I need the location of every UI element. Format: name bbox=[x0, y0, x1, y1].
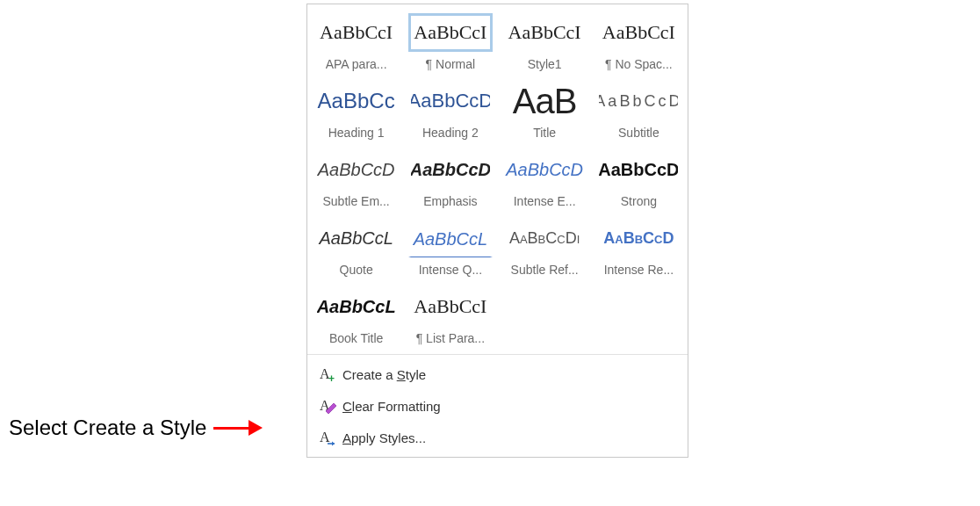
svg-marker-6 bbox=[332, 442, 335, 446]
style-cell[interactable]: AaBbCcI¶ List Para... bbox=[403, 284, 497, 352]
style-label: Heading 2 bbox=[422, 126, 479, 140]
style-preview: AaBbCcI bbox=[314, 13, 399, 52]
style-cell[interactable]: AaBbCcI¶ No Spac... bbox=[592, 10, 686, 78]
style-label: Subtitle bbox=[618, 126, 659, 140]
style-cell[interactable]: AaBbCcDEmphasis bbox=[403, 147, 497, 215]
create-style-icon: A + bbox=[320, 365, 342, 383]
style-preview: AaBbCc bbox=[314, 82, 399, 120]
styles-menu: A + Create a Style A Clear Formatting bbox=[307, 354, 688, 457]
style-label: Subtle Em... bbox=[322, 194, 389, 208]
style-preview: AaBbCcI bbox=[408, 287, 493, 326]
style-preview: AaBbCcD bbox=[596, 150, 681, 189]
style-cell[interactable]: AaBbCcLIntense Q... bbox=[403, 215, 497, 284]
style-label: Quote bbox=[340, 263, 373, 277]
style-preview: AaB bbox=[502, 82, 587, 120]
style-cell[interactable]: AaBbCcDiSubtle Ref... bbox=[498, 215, 592, 284]
style-preview: AaBbCcL bbox=[314, 287, 399, 326]
style-preview: AaBbCcI bbox=[502, 13, 587, 52]
style-cell[interactable]: AaBbCcHeading 1 bbox=[309, 78, 403, 147]
style-cell[interactable]: AaBbCcDIntense E... bbox=[498, 147, 592, 215]
style-preview: AaBbCcD bbox=[314, 150, 399, 189]
style-preview: AaBbCcL bbox=[408, 219, 493, 257]
style-cell[interactable]: AaBbCcIStyle1 bbox=[498, 10, 592, 78]
style-label: Heading 1 bbox=[328, 126, 385, 140]
style-label: Style1 bbox=[528, 57, 562, 71]
style-label: Emphasis bbox=[423, 194, 477, 208]
menu-apply-styles[interactable]: A Apply Styles... bbox=[307, 422, 688, 453]
styles-grid: AaBbCcIAPA para...AaBbCcI¶ NormalAaBbCcI… bbox=[307, 4, 688, 354]
style-preview: AaBbCcDi bbox=[502, 219, 587, 257]
arrow-icon bbox=[213, 420, 263, 436]
style-label: Intense Re... bbox=[604, 263, 674, 277]
menu-create-style[interactable]: A + Create a Style bbox=[307, 358, 688, 390]
style-cell[interactable]: AaBbCcDStrong bbox=[592, 147, 686, 215]
style-cell[interactable]: AaBbCcDHeading 2 bbox=[403, 78, 497, 147]
style-cell[interactable]: AaBbCcDSubtle Em... bbox=[309, 147, 403, 215]
style-cell[interactable]: AaBbCcDIntense Re... bbox=[592, 215, 686, 284]
menu-apply-styles-label: Apply Styles... bbox=[342, 430, 426, 445]
clear-formatting-icon: A bbox=[320, 397, 342, 415]
style-cell[interactable]: AaBbCcLBook Title bbox=[309, 284, 403, 352]
style-preview: AaBbCcL bbox=[314, 219, 399, 257]
styles-gallery-panel: AaBbCcIAPA para...AaBbCcI¶ NormalAaBbCcI… bbox=[306, 4, 688, 458]
style-label: Subtle Ref... bbox=[511, 263, 579, 277]
style-label: ¶ Normal bbox=[426, 57, 476, 71]
style-preview: AaBbCcD bbox=[502, 150, 587, 189]
svg-text:A: A bbox=[320, 430, 330, 445]
style-preview: AaBbCcI bbox=[408, 13, 493, 52]
style-cell[interactable]: AaBbCcDSubtitle bbox=[592, 78, 686, 147]
style-label: ¶ List Para... bbox=[416, 331, 485, 345]
style-label: ¶ No Spac... bbox=[605, 57, 673, 71]
menu-clear-formatting[interactable]: A Clear Formatting bbox=[307, 390, 688, 422]
svg-text:+: + bbox=[328, 372, 335, 383]
callout: Select Create a Style bbox=[9, 416, 263, 440]
apply-styles-icon: A bbox=[320, 429, 342, 446]
style-preview: AaBbCcD bbox=[596, 219, 681, 257]
style-label: Strong bbox=[621, 194, 657, 208]
menu-clear-formatting-label: Clear Formatting bbox=[342, 399, 441, 414]
style-label: APA para... bbox=[326, 57, 387, 71]
style-label: Intense E... bbox=[514, 194, 576, 208]
style-preview: AaBbCcD bbox=[408, 150, 493, 189]
style-label: Title bbox=[533, 126, 556, 140]
style-label: Intense Q... bbox=[419, 263, 482, 277]
style-cell[interactable]: AaBbCcI¶ Normal bbox=[403, 10, 497, 78]
style-preview: AaBbCcD bbox=[596, 82, 681, 120]
style-cell[interactable]: AaBTitle bbox=[498, 78, 592, 147]
style-preview: AaBbCcD bbox=[408, 82, 493, 120]
style-cell[interactable]: AaBbCcLQuote bbox=[309, 215, 403, 284]
callout-text: Select Create a Style bbox=[9, 416, 206, 440]
menu-create-style-label: Create a Style bbox=[342, 367, 426, 382]
style-preview: AaBbCcI bbox=[596, 13, 681, 52]
style-cell[interactable]: AaBbCcIAPA para... bbox=[309, 10, 403, 78]
style-label: Book Title bbox=[329, 331, 383, 345]
